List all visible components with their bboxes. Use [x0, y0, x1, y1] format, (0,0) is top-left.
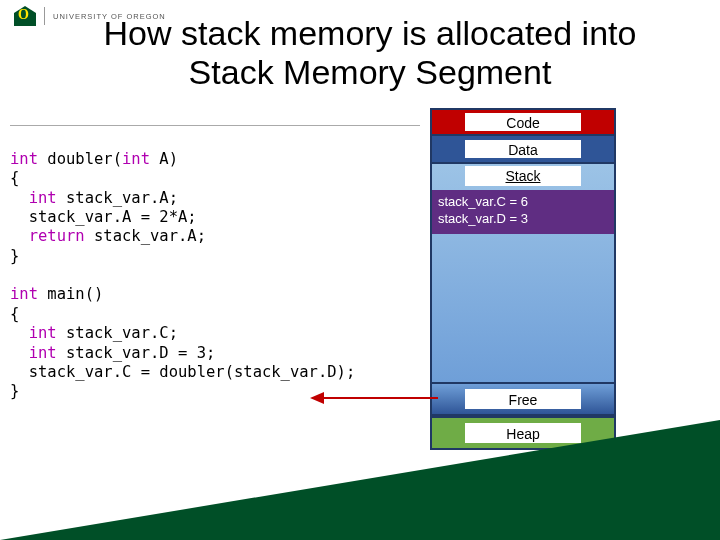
segment-stack-label: Stack [465, 166, 582, 186]
stack-frame-main: stack_var.C = 6 stack_var.D = 3 [432, 190, 614, 234]
code-line: int stack_var.A; [10, 189, 178, 207]
segment-heap-label: Heap [465, 423, 582, 443]
segment-code: Code [432, 110, 614, 136]
code-line: stack_var.A = 2*A; [10, 208, 197, 226]
memory-segments-diagram: Code Data Stack stack_var.C = 6 stack_va… [430, 108, 616, 450]
code-line: { [10, 169, 19, 187]
code-line: int doubler(int A) [10, 150, 178, 168]
code-line: } [10, 247, 19, 265]
segment-data: Data [432, 136, 614, 164]
segment-data-label: Data [465, 140, 582, 158]
code-line: return stack_var.A; [10, 227, 206, 245]
code-line: int stack_var.D = 3; [10, 344, 215, 362]
code-line: stack_var.C = doubler(stack_var.D); [10, 363, 355, 381]
code-line: int stack_var.C; [10, 324, 178, 342]
stack-var-line: stack_var.C = 6 [438, 194, 608, 211]
segment-code-label: Code [465, 113, 582, 131]
page-title: How stack memory is allocated into Stack… [60, 14, 680, 92]
title-line1: How stack memory is allocated into [104, 14, 637, 52]
segment-stack: Stack stack_var.C = 6 stack_var.D = 3 [432, 164, 614, 384]
code-line: { [10, 305, 19, 323]
code-line: int main() [10, 285, 103, 303]
code-line: } [10, 382, 19, 400]
segment-free: Free [432, 384, 614, 416]
title-line2: Stack Memory Segment [189, 53, 552, 91]
stack-var-line: stack_var.D = 3 [438, 211, 608, 228]
code-snippet: int doubler(int A) { int stack_var.A; st… [10, 106, 420, 402]
uo-logo-icon [14, 6, 36, 26]
footer-triangle-decoration [0, 420, 720, 540]
divider-icon [44, 7, 45, 25]
segment-free-label: Free [465, 389, 582, 409]
